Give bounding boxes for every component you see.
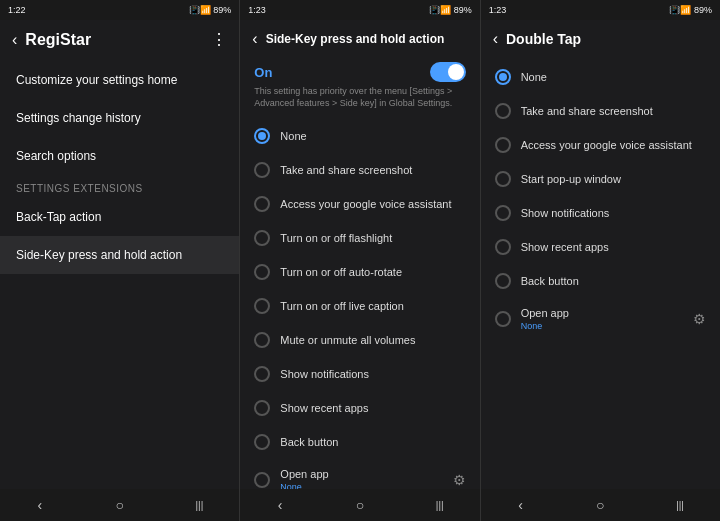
panel-doubletap: ‹ Double Tap None Take and share screens… <box>481 20 720 489</box>
option-none-2[interactable]: None <box>240 119 479 153</box>
option-back-3[interactable]: Back button <box>481 264 720 298</box>
gear-icon-2[interactable]: ⚙ <box>453 472 466 488</box>
nav-back-3[interactable]: ‹ <box>506 493 536 517</box>
nav-recent-2[interactable]: ||| <box>425 493 455 517</box>
toggle-switch[interactable] <box>430 62 466 82</box>
item-backtap[interactable]: Back-Tap action <box>0 198 239 236</box>
option-screenshot-3[interactable]: Take and share screenshot <box>481 94 720 128</box>
radio-voice-2 <box>254 196 270 212</box>
item-customize[interactable]: Customize your settings home <box>0 61 239 99</box>
back-button-3[interactable]: ‹ <box>493 30 498 48</box>
nav-bar-2: ‹ ○ ||| <box>240 489 480 521</box>
panel1-header: ‹ RegiStar ⋮ <box>0 20 239 57</box>
option-back-2[interactable]: Back button <box>240 425 479 459</box>
section-label-extensions: Settings extensions <box>0 175 239 198</box>
nav-recent-3[interactable]: ||| <box>665 493 695 517</box>
radio-recentapps-2 <box>254 400 270 416</box>
radio-notifications-3 <box>495 205 511 221</box>
back-button-2[interactable]: ‹ <box>252 30 257 48</box>
option-recentapps-2[interactable]: Show recent apps <box>240 391 479 425</box>
menu-dots-1[interactable]: ⋮ <box>211 30 227 49</box>
icons-1: 📳📶 89% <box>189 5 232 15</box>
panel2-title: Side-Key press and hold action <box>266 32 468 46</box>
option-screenshot-2[interactable]: Take and share screenshot <box>240 153 479 187</box>
radio-notifications-2 <box>254 366 270 382</box>
radio-popup-3 <box>495 171 511 187</box>
radio-back-2 <box>254 434 270 450</box>
nav-bar-3: ‹ ○ ||| <box>481 489 720 521</box>
item-history[interactable]: Settings change history <box>0 99 239 137</box>
nav-home-3[interactable]: ○ <box>585 493 615 517</box>
option-voice-2[interactable]: Access your google voice assistant <box>240 187 479 221</box>
option-mute-2[interactable]: Mute or unmute all volumes <box>240 323 479 357</box>
back-button-1[interactable]: ‹ <box>12 31 17 49</box>
icons-2: 📳📶 89% <box>429 5 472 15</box>
panel-registar: ‹ RegiStar ⋮ Customize your settings hom… <box>0 20 240 489</box>
toggle-desc: This setting has priority over the menu … <box>240 86 479 115</box>
option-rotate-2[interactable]: Turn on or off auto-rotate <box>240 255 479 289</box>
nav-recent-1[interactable]: ||| <box>184 493 214 517</box>
item-search[interactable]: Search options <box>0 137 239 175</box>
option-notifications-3[interactable]: Show notifications <box>481 196 720 230</box>
time-3: 1:23 <box>489 5 507 15</box>
panel-sidekey: ‹ Side-Key press and hold action On This… <box>240 20 480 489</box>
option-caption-2[interactable]: Turn on or off live caption <box>240 289 479 323</box>
radio-screenshot-2 <box>254 162 270 178</box>
radio-openapp-3 <box>495 311 511 327</box>
radio-none-3 <box>495 69 511 85</box>
radio-openapp-2 <box>254 472 270 488</box>
status-bar-3: 1:23 📳📶 89% <box>481 0 720 20</box>
nav-home-2[interactable]: ○ <box>345 493 375 517</box>
icons-3: 📳📶 89% <box>669 5 712 15</box>
option-voice-3[interactable]: Access your google voice assistant <box>481 128 720 162</box>
radio-rotate-2 <box>254 264 270 280</box>
time-2: 1:23 <box>248 5 266 15</box>
radio-mute-2 <box>254 332 270 348</box>
panel1-title: RegiStar <box>25 31 203 49</box>
radio-caption-2 <box>254 298 270 314</box>
nav-back-1[interactable]: ‹ <box>25 493 55 517</box>
radio-screenshot-3 <box>495 103 511 119</box>
panel3-title: Double Tap <box>506 31 708 47</box>
panel2-options: None Take and share screenshot Access yo… <box>240 115 479 489</box>
item-sidekey[interactable]: Side-Key press and hold action <box>0 236 239 274</box>
radio-recentapps-3 <box>495 239 511 255</box>
nav-back-2[interactable]: ‹ <box>265 493 295 517</box>
option-openapp-3[interactable]: Open app None ⚙ <box>481 298 720 340</box>
panel2-header: ‹ Side-Key press and hold action <box>240 20 479 56</box>
toggle-row: On <box>240 56 479 86</box>
panel3-options: None Take and share screenshot Access yo… <box>481 56 720 489</box>
time-1: 1:22 <box>8 5 26 15</box>
toggle-label: On <box>254 65 272 80</box>
option-flashlight-2[interactable]: Turn on or off flashlight <box>240 221 479 255</box>
toggle-knob <box>448 64 464 80</box>
panel3-header: ‹ Double Tap <box>481 20 720 56</box>
nav-bar-1: ‹ ○ ||| <box>0 489 240 521</box>
radio-voice-3 <box>495 137 511 153</box>
option-popup-3[interactable]: Start pop-up window <box>481 162 720 196</box>
nav-home-1[interactable]: ○ <box>105 493 135 517</box>
option-none-3[interactable]: None <box>481 60 720 94</box>
radio-none-2 <box>254 128 270 144</box>
option-recentapps-3[interactable]: Show recent apps <box>481 230 720 264</box>
status-bar-1: 1:22 📳📶 89% <box>0 0 240 20</box>
radio-back-3 <box>495 273 511 289</box>
gear-icon-3[interactable]: ⚙ <box>693 311 706 327</box>
option-notifications-2[interactable]: Show notifications <box>240 357 479 391</box>
option-openapp-2[interactable]: Open app None ⚙ <box>240 459 479 489</box>
radio-flashlight-2 <box>254 230 270 246</box>
status-bar-2: 1:23 📳📶 89% <box>240 0 480 20</box>
panel1-list: Customize your settings home Settings ch… <box>0 57 239 489</box>
